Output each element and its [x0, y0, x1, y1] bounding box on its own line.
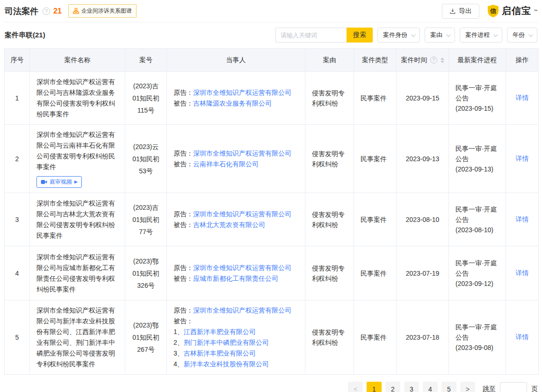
judicial-cases-page: 司法案件 ? 21 企业间涉诉关系图谱 导出 信: [0, 0, 542, 392]
logo-trademark: ™: [534, 9, 537, 13]
party-line: 原告：深圳市全维知识产权运营有限公司: [173, 87, 298, 98]
table-row: 2 深圳市全维知识产权运营有限公司与云南祥丰石化有限公司侵害发明专利权纠纷民事案…: [5, 125, 539, 193]
case-progress: 民事一审·开庭公告: [455, 322, 499, 342]
court-video-button[interactable]: 庭审视频 ▶: [36, 176, 82, 188]
org-chart-icon: [73, 8, 79, 14]
next-page-button[interactable]: >: [460, 382, 475, 392]
company-link[interactable]: 荆门新洋丰中磷肥业有限公司: [184, 339, 269, 346]
party-line: 1、江西新洋丰肥业有限公司: [173, 327, 298, 337]
case-progress-date: (2023-09-08): [455, 342, 499, 353]
company-link[interactable]: 吉林北大荒农资有限公司: [193, 221, 265, 228]
search-input[interactable]: [275, 28, 347, 43]
case-cause: 侵害发明专利权纠纷: [305, 246, 354, 300]
case-name: 深圳市全维知识产权运营有限公司与吉林隆源农业服务有限公司侵害发明专利权纠纷民事案…: [36, 77, 118, 120]
company-link[interactable]: 应城市新都化工有限责任公司: [193, 275, 278, 282]
jump-page-input[interactable]: [500, 382, 527, 392]
search-button[interactable]: 搜索: [347, 28, 373, 43]
case-index: 3: [5, 193, 30, 246]
table-row: 3 深圳市全维知识产权运营有限公司与吉林北大荒农资有限公司侵害发明专利权纠纷民事…: [5, 193, 539, 246]
case-name: 深圳市全维知识产权运营有限公司与新洋丰农业科技股份有限公司、江西新洋丰肥业有限公…: [36, 305, 118, 370]
page-button-2[interactable]: 2: [385, 382, 400, 392]
party-role-label: 被告：: [173, 221, 193, 228]
parties-cell: 原告：深圳市全维知识产权运营有限公司被告：吉林北大荒农资有限公司: [167, 193, 305, 246]
company-link[interactable]: 吉林新洋丰肥业有限公司: [184, 349, 256, 357]
party-line: 被告：云南祥丰石化有限公司: [173, 159, 298, 170]
filter-dropdown[interactable]: 案件进程: [460, 28, 502, 43]
logo-shield-icon: 信: [487, 4, 499, 18]
case-index: 2: [5, 125, 30, 193]
case-count-badge: 21: [53, 7, 62, 15]
party-role-label: 原告：: [173, 150, 193, 157]
party-line: 2、荆门新洋丰中磷肥业有限公司: [173, 337, 298, 348]
help-icon[interactable]: ?: [43, 7, 50, 15]
company-link[interactable]: 新洋丰农业科技股份有限公司: [184, 360, 269, 368]
export-label: 导出: [459, 7, 472, 15]
case-number: (2023)吉01知民初115号: [125, 72, 167, 125]
filter-dropdowns: 案件身份案由案件进程年份: [377, 28, 537, 43]
filter-dropdown[interactable]: 案件身份: [377, 28, 420, 43]
company-link[interactable]: 深圳市全维知识产权运营有限公司: [193, 89, 291, 96]
detail-link[interactable]: 详情: [516, 269, 529, 277]
party-line: 3、吉林新洋丰肥业有限公司: [173, 348, 298, 359]
party-line: 4、新洋丰农业科技股份有限公司: [173, 359, 298, 370]
party-role-label: 被告：: [173, 100, 193, 107]
case-index: 4: [5, 246, 30, 300]
page-button-4[interactable]: 4: [423, 382, 438, 392]
play-icon: ▶: [74, 180, 78, 184]
case-progress: 民事一审·开庭公告: [455, 258, 499, 278]
case-date: 2023-09-15: [397, 72, 449, 125]
page-unit-label: 页: [531, 385, 538, 392]
download-icon: [449, 8, 456, 14]
company-link[interactable]: 江西新洋丰肥业有限公司: [184, 328, 256, 335]
party-role-label: 被告：: [173, 160, 193, 168]
page-button-1[interactable]: 1: [367, 382, 382, 392]
help-icon[interactable]: ?: [430, 57, 437, 64]
sort-toggle[interactable]: [441, 57, 444, 63]
page-button-3[interactable]: 3: [404, 382, 419, 392]
company-link[interactable]: 云南祥丰石化有限公司: [193, 160, 259, 168]
detail-link[interactable]: 详情: [516, 94, 529, 101]
detail-link[interactable]: 详情: [516, 333, 529, 341]
party-line: 被告：吉林北大荒农资有限公司: [173, 220, 298, 230]
page-button-5[interactable]: 5: [441, 382, 456, 392]
chevron-down-icon: [446, 32, 451, 37]
case-date: 2023-07-19: [397, 246, 449, 300]
page-header: 司法案件 ? 21 企业间涉诉关系图谱 导出 信: [4, 0, 538, 22]
sort-desc-icon[interactable]: [441, 61, 444, 63]
case-number: (2023)鄂01知民初326号: [125, 246, 167, 300]
filter-label: 案由: [430, 31, 442, 39]
case-progress: 民事一审·开庭公告: [455, 143, 499, 164]
filter-dropdown[interactable]: 年份: [507, 28, 537, 43]
case-progress-date: (2023-09-13): [455, 164, 499, 174]
party-role-label: 1、: [173, 328, 184, 335]
col-header-case-name: 案件名称: [30, 49, 125, 72]
party-role-label: 原告：: [173, 264, 193, 271]
col-header-cause: 案由: [305, 49, 354, 72]
col-header-case-type: 案件类型: [354, 49, 397, 72]
party-line: 原告：深圳市全维知识产权运营有限公司: [173, 263, 298, 273]
company-link[interactable]: 吉林隆源农业服务有限公司: [193, 100, 272, 107]
case-progress: 民事一审·开庭公告: [455, 83, 499, 103]
prev-page-button[interactable]: <: [348, 382, 363, 392]
case-cause: 侵害发明专利权纠纷: [305, 72, 354, 125]
case-cause: 侵害发明专利权纠纷: [305, 193, 354, 246]
case-number: (2023)云01知民初53号: [125, 125, 167, 193]
export-button[interactable]: 导出: [442, 4, 479, 19]
company-link[interactable]: 深圳市全维知识产权运营有限公司: [193, 306, 291, 314]
case-type: 民事案件: [354, 125, 397, 193]
case-name: 深圳市全维知识产权运营有限公司与云南祥丰石化有限公司侵害发明专利权纠纷民事案件: [36, 129, 118, 172]
company-link[interactable]: 深圳市全维知识产权运营有限公司: [193, 264, 291, 271]
cases-table: 序号 案件名称 案号 当事人 案由 案件类型 案件时间 ? 最新: [4, 48, 539, 375]
table-row: 1 深圳市全维知识产权运营有限公司与吉林隆源农业服务有限公司侵害发明专利权纠纷民…: [5, 72, 539, 125]
party-line: 被告：: [173, 316, 298, 327]
company-link[interactable]: 深圳市全维知识产权运营有限公司: [193, 210, 291, 218]
chevron-down-icon: [411, 32, 416, 37]
company-link[interactable]: 深圳市全维知识产权运营有限公司: [193, 150, 291, 157]
filter-dropdown[interactable]: 案由: [425, 28, 455, 43]
sort-asc-icon[interactable]: [441, 57, 444, 60]
detail-link[interactable]: 详情: [516, 215, 529, 223]
chevron-down-icon: [493, 32, 498, 37]
detail-link[interactable]: 详情: [516, 155, 529, 162]
litigation-graph-button[interactable]: 企业间涉诉关系图谱: [68, 4, 137, 18]
qixinbao-logo: 信 启信宝 ™: [487, 4, 537, 18]
